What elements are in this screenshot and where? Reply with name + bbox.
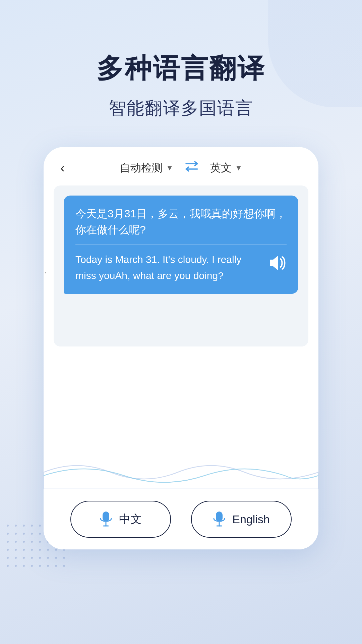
target-language-selector[interactable]: 英文 ▼ (210, 161, 242, 175)
original-text: 今天是3月31日，多云，我哦真的好想你啊，你在做什么呢? (75, 206, 287, 245)
english-mic-button[interactable]: English (191, 501, 292, 538)
swap-languages-button[interactable] (183, 160, 200, 175)
target-language-label: 英文 (210, 161, 232, 175)
chinese-mic-icon (100, 511, 112, 527)
translation-bubble: 今天是3月31日，多云，我哦真的好想你啊，你在做什么呢? Today is Ma… (64, 196, 298, 294)
main-title: 多种语言翻译 (97, 54, 265, 83)
svg-rect-3 (216, 512, 223, 522)
translated-content: Today is March 31. It's cloudy. I really… (75, 252, 287, 284)
phone-card: ‹ 自动检测 ▼ 英文 ▼ ··· (44, 147, 318, 549)
target-lang-arrow: ▼ (235, 164, 242, 172)
translated-text: Today is March 31. It's cloudy. I really… (75, 252, 260, 284)
source-language-selector[interactable]: 自动检测 ▼ (120, 161, 173, 175)
more-options-dots[interactable]: ··· (44, 266, 48, 278)
english-button-label: English (232, 513, 270, 526)
source-language-label: 自动检测 (120, 161, 163, 175)
chat-area: ··· 今天是3月31日，多云，我哦真的好想你啊，你在做什么呢? Today i… (54, 185, 308, 346)
chinese-button-label: 中文 (119, 512, 142, 527)
language-selector: 自动检测 ▼ 英文 ▼ (120, 160, 242, 175)
back-button[interactable]: ‹ (60, 160, 65, 175)
sub-title: 智能翻译多国语言 (97, 97, 265, 120)
bg-decoration-top (268, 0, 362, 107)
svg-rect-0 (103, 512, 109, 522)
bottom-buttons: 中文 English (44, 489, 318, 549)
card-header: ‹ 自动检测 ▼ 英文 ▼ (44, 147, 318, 185)
english-mic-icon (213, 511, 226, 527)
title-section: 多种语言翻译 智能翻译多国语言 (97, 54, 265, 120)
page-wrapper: 多种语言翻译 智能翻译多国语言 ‹ 自动检测 ▼ 英文 (0, 0, 362, 644)
speaker-button[interactable] (266, 253, 287, 273)
chinese-mic-button[interactable]: 中文 (70, 501, 171, 538)
wave-decoration (44, 445, 318, 489)
source-lang-arrow: ▼ (166, 164, 173, 172)
